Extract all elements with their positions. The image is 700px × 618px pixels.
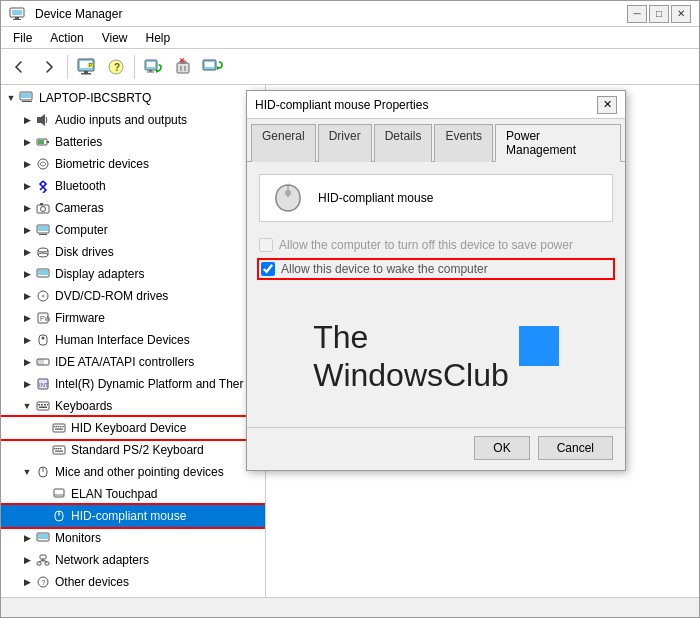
checkbox-wake-label: Allow this device to wake the computer xyxy=(281,262,488,276)
tree-item-batteries[interactable]: ▶ Batteries xyxy=(1,131,265,153)
tree-item-hid-keyboard[interactable]: ▶ HID Keyboard Device xyxy=(1,417,265,439)
svg-rect-37 xyxy=(40,203,43,205)
watermark-line1: The xyxy=(313,318,509,356)
svg-rect-79 xyxy=(60,448,62,449)
expand-icon-ide[interactable]: ▶ xyxy=(19,354,35,370)
svg-text:INT: INT xyxy=(39,382,49,388)
tab-events[interactable]: Events xyxy=(434,124,493,162)
tab-power-management[interactable]: Power Management xyxy=(495,124,621,162)
expand-icon-computer[interactable]: ▶ xyxy=(19,222,35,238)
expand-icon-root[interactable]: ▼ xyxy=(3,90,19,106)
svg-rect-84 xyxy=(54,489,64,497)
delete-button[interactable]: ✕ xyxy=(169,53,197,81)
svg-rect-64 xyxy=(41,404,43,406)
svg-rect-65 xyxy=(44,404,46,406)
svg-rect-14 xyxy=(149,70,152,72)
svg-rect-6 xyxy=(84,71,88,73)
update-button[interactable] xyxy=(199,53,227,81)
checkbox-turn-off-label: Allow the computer to turn off this devi… xyxy=(279,238,573,252)
tree-item-other[interactable]: ▶ ? Other devices xyxy=(1,571,265,593)
batteries-label: Batteries xyxy=(55,135,102,149)
hid-keyboard-icon xyxy=(51,420,67,436)
forward-button[interactable] xyxy=(35,53,63,81)
ide-label: IDE ATA/ATAPI controllers xyxy=(55,355,194,369)
tree-item-mice[interactable]: ▼ Mice and other pointing devices xyxy=(1,461,265,483)
tree-item-bluetooth[interactable]: ▶ Bluetooth xyxy=(1,175,265,197)
tab-details[interactable]: Details xyxy=(374,124,433,162)
back-button[interactable] xyxy=(5,53,33,81)
tree-item-ide[interactable]: ▶ IDE ATA/ATAPI controllers xyxy=(1,351,265,373)
tree-item-audio[interactable]: ▶ Audio inputs and outputs xyxy=(1,109,265,131)
expand-icon-network[interactable]: ▶ xyxy=(19,552,35,568)
dialog-close-button[interactable]: ✕ xyxy=(597,96,617,114)
title-bar-controls: ─ □ ✕ xyxy=(627,5,691,23)
tree-item-elan[interactable]: ▶ ELAN Touchpad xyxy=(1,483,265,505)
close-button[interactable]: ✕ xyxy=(671,5,691,23)
svg-text:?: ? xyxy=(42,579,46,586)
cancel-button[interactable]: Cancel xyxy=(538,436,613,460)
expand-icon-firmware[interactable]: ▶ xyxy=(19,310,35,326)
svg-point-83 xyxy=(42,469,44,471)
tree-item-network[interactable]: ▶ Network adapters xyxy=(1,549,265,571)
expand-icon-biometric[interactable]: ▶ xyxy=(19,156,35,172)
tree-item-keyboards[interactable]: ▼ Keyboards xyxy=(1,395,265,417)
ok-button[interactable]: OK xyxy=(474,436,529,460)
mice-label: Mice and other pointing devices xyxy=(55,465,224,479)
tree-item-intel[interactable]: ▶ INT Intel(R) Dynamic Platform and Ther xyxy=(1,373,265,395)
tree-item-display[interactable]: ▶ Display adapters xyxy=(1,263,265,285)
tree-item-ps2[interactable]: ▶ Standard PS/2 Keyboard xyxy=(1,439,265,461)
minimize-button[interactable]: ─ xyxy=(627,5,647,23)
maximize-button[interactable]: □ xyxy=(649,5,669,23)
expand-icon-other[interactable]: ▶ xyxy=(19,574,35,590)
tree-item-firmware[interactable]: ▶ FW Firmware xyxy=(1,307,265,329)
help-button[interactable]: ? xyxy=(102,53,130,81)
expand-icon-mice[interactable]: ▼ xyxy=(19,464,35,480)
tree-item-hid-mouse[interactable]: ▶ HID-compliant mouse xyxy=(1,505,265,527)
expand-icon-intel[interactable]: ▶ xyxy=(19,376,35,392)
tree-item-computer[interactable]: ▶ Computer xyxy=(1,219,265,241)
svg-rect-91 xyxy=(41,541,45,542)
svg-rect-67 xyxy=(39,407,47,409)
svg-marker-30 xyxy=(41,114,45,126)
intel-label: Intel(R) Dynamic Platform and Ther xyxy=(55,377,244,391)
svg-rect-90 xyxy=(38,534,48,539)
tree-panel[interactable]: ▼ LAPTOP-IBCSBRTQ ▶ xyxy=(1,85,266,597)
checkbox-wake-input[interactable] xyxy=(261,262,275,276)
tree-item-dvd[interactable]: ▶ DVD/CD-ROM drives xyxy=(1,285,265,307)
expand-icon-audio[interactable]: ▶ xyxy=(19,112,35,128)
expand-icon-batteries[interactable]: ▶ xyxy=(19,134,35,150)
tree-item-biometric[interactable]: ▶ Biometric devices xyxy=(1,153,265,175)
menu-view[interactable]: View xyxy=(94,29,136,47)
menu-help[interactable]: Help xyxy=(138,29,179,47)
title-bar-left: Device Manager xyxy=(9,6,122,22)
tree-root[interactable]: ▼ LAPTOP-IBCSBRTQ xyxy=(1,87,265,109)
expand-icon-disk[interactable]: ▶ xyxy=(19,244,35,260)
other-icon: ? xyxy=(35,574,51,590)
menu-action[interactable]: Action xyxy=(42,29,91,47)
expand-icon-monitors[interactable]: ▶ xyxy=(19,530,35,546)
svg-rect-28 xyxy=(22,101,32,102)
expand-icon-bluetooth[interactable]: ▶ xyxy=(19,178,35,194)
svg-marker-16 xyxy=(156,69,159,73)
expand-icon-keyboards[interactable]: ▼ xyxy=(19,398,35,414)
menu-file[interactable]: File xyxy=(5,29,40,47)
svg-rect-23 xyxy=(205,62,214,67)
tree-item-monitors[interactable]: ▶ Monitors xyxy=(1,527,265,549)
svg-text:FW: FW xyxy=(40,315,50,322)
expand-icon-hid[interactable]: ▶ xyxy=(19,332,35,348)
app-icon xyxy=(9,6,25,22)
scan-button[interactable] xyxy=(139,53,167,81)
expand-icon-display[interactable]: ▶ xyxy=(19,266,35,282)
tab-general[interactable]: General xyxy=(251,124,316,162)
tree-item-disk[interactable]: ▶ Disk drives xyxy=(1,241,265,263)
tab-driver[interactable]: Driver xyxy=(318,124,372,162)
tree-item-cameras[interactable]: ▶ Cameras xyxy=(1,197,265,219)
expand-icon-dvd[interactable]: ▶ xyxy=(19,288,35,304)
svg-rect-15 xyxy=(147,71,154,72)
checkbox-turn-off-input[interactable] xyxy=(259,238,273,252)
watermark-line2: WindowsClub xyxy=(313,356,509,394)
tree-item-hid[interactable]: ▶ Human Interface Devices xyxy=(1,329,265,351)
expand-icon-cameras[interactable]: ▶ xyxy=(19,200,35,216)
device-header: HID-compliant mouse xyxy=(259,174,613,222)
properties-button[interactable]: P xyxy=(72,53,100,81)
